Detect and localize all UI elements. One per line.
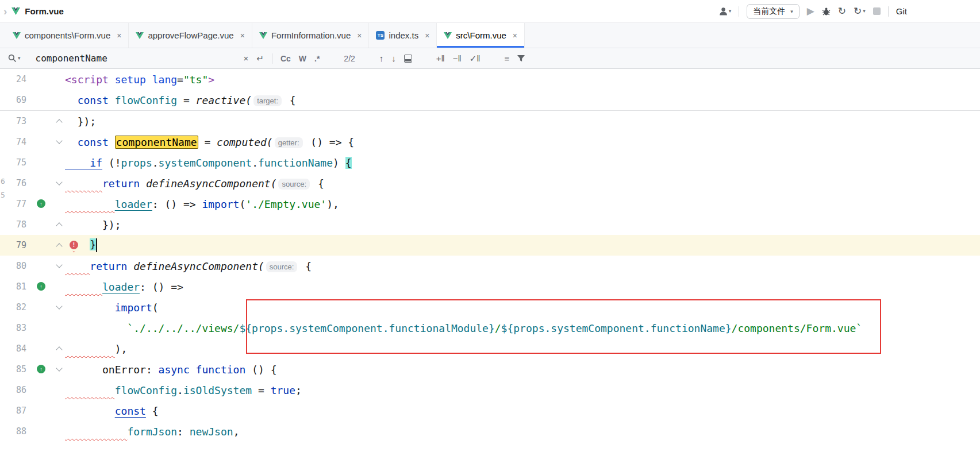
code-text[interactable]: `./../../../views/${props.systemComponen… bbox=[65, 322, 862, 334]
code-text[interactable]: }); bbox=[65, 115, 96, 128]
code-line-74[interactable]: 74 const componentName = computed(getter… bbox=[0, 132, 980, 152]
stop-icon[interactable] bbox=[873, 7, 881, 15]
line-number[interactable]: 83 bbox=[0, 323, 26, 333]
line-number[interactable]: 88 bbox=[0, 426, 26, 437]
code-line-84[interactable]: 84 ), bbox=[0, 338, 980, 359]
code-line-82[interactable]: 82 import( bbox=[0, 297, 980, 318]
add-occurrence-icon[interactable]: +ǁ bbox=[436, 54, 445, 63]
code-line-24[interactable]: 24<script setup lang="ts"> bbox=[0, 69, 980, 90]
code-text[interactable]: const { bbox=[65, 405, 159, 417]
line-number[interactable]: 24 bbox=[0, 74, 26, 84]
code-text[interactable]: flowConfig.isOldSystem = true; bbox=[65, 384, 302, 396]
regex-toggle[interactable]: .* bbox=[314, 54, 320, 63]
code-line-69[interactable]: 69 const flowConfig = reactive(target: { bbox=[0, 90, 980, 110]
scroll-to-results-icon[interactable]: ≡ bbox=[505, 54, 510, 63]
close-tab-icon[interactable]: × bbox=[513, 31, 517, 40]
code-text[interactable]: import( bbox=[65, 302, 159, 314]
code-editor[interactable]: 24<script setup lang="ts">69 const flowC… bbox=[0, 69, 980, 442]
line-number[interactable]: 86 bbox=[0, 385, 26, 395]
line-number[interactable]: 75 bbox=[0, 157, 26, 168]
error-gutter-icon[interactable]: ! bbox=[70, 241, 78, 249]
close-tab-icon[interactable]: × bbox=[425, 31, 429, 40]
line-number[interactable]: 77 bbox=[0, 199, 26, 209]
select-all-occurrences-icon[interactable]: ✓ǁ bbox=[470, 54, 481, 63]
code-line-81[interactable]: 81↑ loader: () => bbox=[0, 276, 980, 297]
rerun-icon[interactable]: ↻ ▾ bbox=[854, 6, 866, 16]
fold-end-icon[interactable] bbox=[56, 222, 62, 229]
code-text[interactable]: const componentName = computed(getter: (… bbox=[65, 136, 354, 148]
fold-start-icon[interactable] bbox=[56, 137, 62, 144]
code-text[interactable]: ), bbox=[65, 343, 127, 355]
whole-words-toggle[interactable]: W bbox=[299, 54, 306, 63]
implementation-gutter-icon[interactable]: ↑ bbox=[37, 365, 45, 373]
search-input[interactable]: componentName bbox=[29, 53, 236, 64]
remove-occurrence-icon[interactable]: −ǁ bbox=[453, 54, 462, 63]
fold-start-icon[interactable] bbox=[56, 365, 62, 371]
code-line-75[interactable]: 75 if (!props.systemComponent.functionNa… bbox=[0, 152, 980, 173]
code-line-79[interactable]: 79! } bbox=[0, 235, 980, 256]
code-line-78[interactable]: 78 }); bbox=[0, 214, 980, 235]
code-line-88[interactable]: 88 formJson: newJson, bbox=[0, 421, 980, 442]
git-widget[interactable]: Git bbox=[896, 6, 907, 16]
implementation-gutter-icon[interactable]: ↑ bbox=[37, 282, 45, 291]
match-case-toggle[interactable]: Cc bbox=[280, 54, 291, 63]
line-number[interactable]: 69 bbox=[0, 95, 26, 105]
fold-start-icon[interactable] bbox=[56, 303, 62, 309]
code-line-87[interactable]: 87 const { bbox=[0, 400, 980, 421]
run-icon[interactable]: ▶ bbox=[807, 6, 814, 16]
close-tab-icon[interactable]: × bbox=[240, 31, 245, 40]
line-number[interactable]: 79 bbox=[0, 240, 26, 250]
next-occurrence-icon[interactable]: ↓ bbox=[391, 54, 396, 63]
tab-approveflowpage-vue[interactable]: approveFlowPage.vue× bbox=[129, 23, 252, 48]
code-text[interactable]: if (!props.systemComponent.functionName)… bbox=[65, 157, 352, 169]
filter-icon[interactable] bbox=[517, 54, 525, 63]
line-number[interactable]: 87 bbox=[0, 406, 26, 416]
code-line-83[interactable]: 83 `./../../../views/${props.systemCompo… bbox=[0, 318, 980, 338]
fold-end-icon[interactable] bbox=[56, 346, 62, 353]
line-number[interactable]: 73 bbox=[0, 116, 26, 126]
code-text[interactable]: formJson: newJson, bbox=[65, 426, 239, 438]
run-configuration-selector[interactable]: 当前文件 ▾ bbox=[747, 4, 800, 19]
line-number[interactable]: 81 bbox=[0, 281, 26, 292]
previous-occurrence-icon[interactable]: ↑ bbox=[379, 54, 384, 63]
code-text[interactable]: loader: () => bbox=[65, 281, 183, 293]
search-icon[interactable]: ▾ bbox=[8, 54, 21, 63]
code-text[interactable]: return defineAsyncComponent(source: { bbox=[65, 177, 324, 190]
tab-forminformation-vue[interactable]: FormInformation.vue× bbox=[252, 23, 370, 48]
code-line-76[interactable]: 76 return defineAsyncComponent(source: { bbox=[0, 173, 980, 194]
line-number[interactable]: 85 bbox=[0, 364, 26, 375]
code-text[interactable]: }); bbox=[65, 219, 121, 231]
fold-end-icon[interactable] bbox=[56, 119, 62, 125]
tab-index-ts[interactable]: TSindex.ts× bbox=[369, 23, 437, 48]
code-text[interactable]: loader: () => import('./Empty.vue'), bbox=[65, 198, 339, 210]
fold-start-icon[interactable] bbox=[56, 261, 62, 268]
code-text[interactable]: const flowConfig = reactive(target: { bbox=[65, 94, 296, 106]
tab-components-form-vue[interactable]: components\Form.vue× bbox=[6, 23, 129, 48]
line-number[interactable]: 84 bbox=[0, 343, 26, 354]
open-in-find-window-icon[interactable] bbox=[404, 55, 412, 63]
fold-start-icon[interactable] bbox=[56, 179, 62, 185]
fold-end-icon[interactable] bbox=[56, 243, 62, 249]
code-line-85[interactable]: 85↑ onError: async function () { bbox=[0, 359, 980, 380]
code-line-80[interactable]: 80 return defineAsyncComponent(source: { bbox=[0, 256, 980, 276]
profiler-icon[interactable]: ↻ bbox=[838, 6, 846, 16]
clear-search-icon[interactable]: × bbox=[244, 54, 249, 63]
collapse-chevron-icon[interactable]: › bbox=[3, 6, 7, 17]
close-tab-icon[interactable]: × bbox=[357, 31, 362, 40]
debug-icon[interactable] bbox=[822, 7, 831, 16]
code-text[interactable]: <script setup lang="ts"> bbox=[65, 74, 214, 86]
line-number[interactable]: 78 bbox=[0, 219, 26, 230]
code-text[interactable]: return defineAsyncComponent(source: { bbox=[65, 260, 312, 272]
user-accounts-icon[interactable]: ▾ bbox=[719, 7, 732, 16]
code-line-73[interactable]: 73 }); bbox=[0, 111, 980, 132]
code-line-77[interactable]: 77↑ loader: () => import('./Empty.vue'), bbox=[0, 194, 980, 214]
close-tab-icon[interactable]: × bbox=[117, 31, 121, 40]
line-number[interactable]: 82 bbox=[0, 302, 26, 312]
line-number[interactable]: 80 bbox=[0, 261, 26, 271]
implementation-gutter-icon[interactable]: ↑ bbox=[37, 199, 45, 208]
code-text[interactable]: onError: async function () { bbox=[65, 364, 276, 376]
tab-src-form-vue[interactable]: src\Form.vue× bbox=[437, 23, 525, 48]
line-number[interactable]: 74 bbox=[0, 137, 26, 147]
new-line-icon[interactable]: ↵ bbox=[256, 54, 264, 63]
code-line-86[interactable]: 86 flowConfig.isOldSystem = true; bbox=[0, 380, 980, 400]
